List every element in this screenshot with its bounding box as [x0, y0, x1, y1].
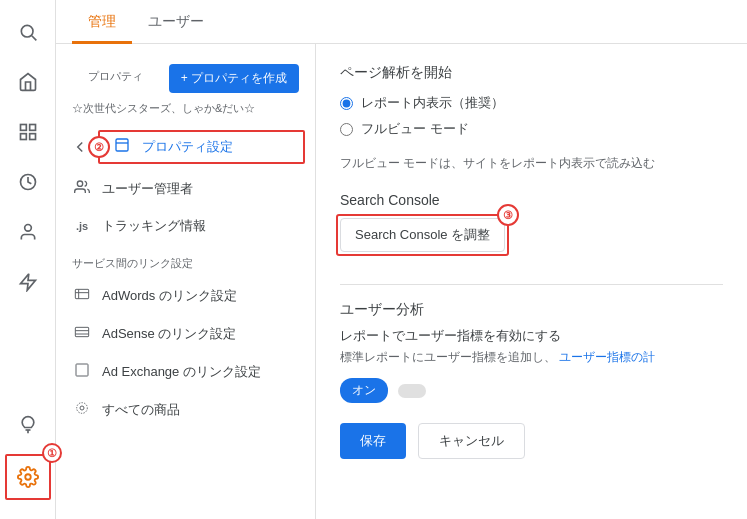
action-buttons: 保存 キャンセル [340, 423, 723, 459]
svg-line-1 [31, 36, 36, 41]
user-manager-label: ユーザー管理者 [102, 180, 193, 198]
top-tabs: 管理 ユーザー [56, 0, 747, 44]
person-icon[interactable] [4, 208, 52, 256]
back-row: ② プロパティ設定 [56, 124, 315, 170]
lightbulb-icon[interactable] [4, 401, 52, 449]
user-analysis-desc: レポートでユーザー指標を有効にする [340, 327, 723, 345]
search-console-btn-wrapper: Search Console を調整 ③ [340, 218, 505, 252]
svg-rect-5 [29, 134, 35, 140]
user-analysis-sub: 標準レポートにユーザー指標を追加し、 ユーザー指標の計 [340, 349, 723, 366]
property-settings-icon [112, 137, 132, 157]
main-area: 管理 ユーザー プロパティ + プロパティを作成 ☆次世代シスターズ、しゃか&だ… [56, 0, 747, 519]
adwords-label: AdWords のリンク設定 [102, 287, 237, 305]
search-console-section-title: Search Console [340, 192, 723, 208]
lightning-icon[interactable] [4, 258, 52, 306]
divider [340, 284, 723, 285]
left-column: プロパティ + プロパティを作成 ☆次世代シスターズ、しゃか&だい☆ ② [56, 44, 316, 519]
svg-point-13 [77, 181, 82, 186]
user-metrics-link[interactable]: ユーザー指標の計 [559, 350, 655, 364]
all-products-label: すべての商品 [102, 401, 180, 419]
cancel-button[interactable]: キャンセル [418, 423, 525, 459]
toggle-track[interactable] [398, 384, 426, 398]
radio-fullview: フルビュー モード [340, 120, 723, 138]
adwords-icon [72, 286, 92, 306]
page-analysis-radio-group: レポート内表示（推奨） フルビュー モード [340, 94, 723, 138]
toggle-on-button[interactable]: オン [340, 378, 388, 403]
all-products-item[interactable]: すべての商品 [56, 391, 315, 429]
all-products-icon [72, 400, 92, 420]
radio-report-view-input[interactable] [340, 97, 353, 110]
star-text: ☆次世代シスターズ、しゃか&だい☆ [56, 101, 315, 124]
adexchange-link-item[interactable]: Ad Exchange のリンク設定 [56, 353, 315, 391]
save-button[interactable]: 保存 [340, 423, 406, 459]
svg-rect-17 [75, 327, 88, 336]
dashboard-icon[interactable] [4, 108, 52, 156]
page-analysis-title: ページ解析を開始 [340, 64, 723, 82]
radio-report-view-label: レポート内表示（推奨） [361, 94, 504, 112]
toggle-row: オン [340, 378, 723, 403]
badge-circle-3: ③ [497, 204, 519, 226]
badge-circle-1: ① [42, 443, 62, 463]
radio-report-view: レポート内表示（推奨） [340, 94, 723, 112]
svg-rect-2 [20, 125, 26, 131]
radio-fullview-input[interactable] [340, 123, 353, 136]
sidebar: ① [0, 0, 56, 519]
search-console-button[interactable]: Search Console を調整 [340, 218, 505, 252]
adsense-link-item[interactable]: AdSense のリンク設定 [56, 315, 315, 353]
badge-circle-2: ② [88, 136, 110, 158]
svg-rect-3 [29, 125, 35, 131]
tracking-icon: .js [72, 220, 92, 232]
svg-rect-20 [76, 364, 88, 376]
svg-rect-11 [116, 139, 128, 151]
link-settings-subheader: サービス間のリンク設定 [56, 244, 315, 277]
adexchange-label: Ad Exchange のリンク設定 [102, 363, 261, 381]
adsense-label: AdSense のリンク設定 [102, 325, 236, 343]
property-settings-item[interactable]: ② プロパティ設定 [96, 128, 307, 166]
property-label: プロパティ [72, 65, 159, 92]
svg-point-21 [80, 406, 84, 410]
tracking-label: トラッキング情報 [102, 217, 206, 235]
user-manager-icon [72, 179, 92, 199]
radio-fullview-label: フルビュー モード [361, 120, 469, 138]
user-analysis-title: ユーザー分析 [340, 301, 723, 319]
user-manager-item[interactable]: ユーザー管理者 [56, 170, 315, 208]
svg-rect-14 [75, 289, 88, 298]
svg-point-10 [25, 474, 31, 480]
property-header-row: プロパティ + プロパティを作成 [56, 60, 315, 101]
content-wrapper: プロパティ + プロパティを作成 ☆次世代シスターズ、しゃか&だい☆ ② [56, 44, 747, 519]
fullview-note: フルビュー モードは、サイトをレポート内表示で読み込む [340, 154, 723, 172]
search-icon[interactable] [4, 8, 52, 56]
gear-icon-wrapper[interactable]: ① [4, 453, 52, 501]
tab-admin[interactable]: 管理 [72, 3, 132, 44]
tab-user[interactable]: ユーザー [132, 3, 220, 44]
sidebar-bottom: ① [4, 401, 52, 503]
home-icon[interactable] [4, 58, 52, 106]
clock-icon[interactable] [4, 158, 52, 206]
adexchange-icon [72, 362, 92, 382]
svg-point-22 [77, 403, 88, 414]
svg-rect-4 [20, 134, 26, 140]
svg-point-7 [24, 225, 31, 232]
property-settings-label: プロパティ設定 [142, 138, 233, 156]
tracking-info-item[interactable]: .js トラッキング情報 [56, 208, 315, 244]
adwords-link-item[interactable]: AdWords のリンク設定 [56, 277, 315, 315]
right-column: ページ解析を開始 レポート内表示（推奨） フルビュー モード フルビュー モード… [316, 44, 747, 519]
svg-point-0 [21, 25, 33, 37]
adsense-icon [72, 324, 92, 344]
create-property-button[interactable]: + プロパティを作成 [169, 64, 299, 93]
